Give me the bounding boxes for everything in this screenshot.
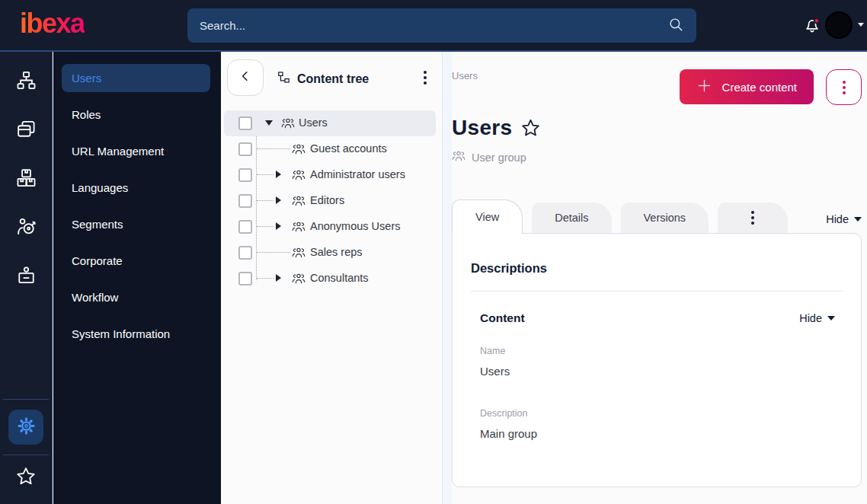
tree-item-editors[interactable]: Editors	[221, 188, 442, 214]
tree-checkbox[interactable]	[238, 272, 252, 285]
content-tree-list: Users Guest accounts Administrator users	[221, 110, 442, 292]
caret-down-icon	[827, 316, 835, 321]
field-value-name: Users	[480, 365, 835, 378]
notification-badge	[814, 18, 819, 23]
main-content: Users Create content Users User group Vi…	[452, 52, 867, 504]
tree-item-label[interactable]: Anonymous Users	[310, 220, 400, 232]
chevron-left-icon	[238, 69, 252, 86]
sidebar-item-segments[interactable]: Segments	[53, 210, 221, 238]
section-header: Content Hide	[480, 311, 835, 325]
tree-item-guest-accounts[interactable]: Guest accounts	[221, 136, 442, 162]
tree-checkbox[interactable]	[238, 116, 252, 130]
hide-section-label: Hide	[799, 312, 822, 324]
search-input[interactable]	[200, 19, 667, 32]
tree-connector-line	[257, 200, 274, 201]
sidebar-menu: Users Roles URL Management Languages Seg…	[53, 52, 221, 504]
tree-item-anonymous-users[interactable]: Anonymous Users	[221, 214, 442, 240]
corporate-badge-icon[interactable]	[16, 265, 37, 285]
sidebar-item-roles[interactable]: Roles	[53, 100, 221, 129]
card-divider	[471, 291, 843, 292]
page-options-kebab-button[interactable]	[826, 69, 862, 105]
tree-checkbox[interactable]	[238, 142, 252, 156]
card-body: Content Hide Name Users Description Main…	[471, 311, 843, 440]
modules-icon[interactable]	[16, 167, 37, 188]
user-group-icon	[292, 272, 306, 285]
tab-view[interactable]: View	[452, 199, 523, 234]
avatar[interactable]	[825, 11, 853, 39]
tree-item-label[interactable]: Editors	[310, 194, 344, 206]
avatar-caret-down-icon[interactable]	[858, 23, 864, 27]
tab-versions[interactable]: Versions	[621, 203, 709, 233]
content-type-label: User group	[472, 152, 526, 164]
section-heading: Content	[480, 311, 525, 325]
sidebar-item-corporate[interactable]: Corporate	[53, 247, 221, 275]
page-title: Users	[452, 116, 512, 140]
selected-row-highlight	[224, 110, 436, 136]
icon-rail-top	[16, 52, 37, 285]
tree-item-label[interactable]: Guest accounts	[310, 142, 387, 155]
content-tree-icon	[277, 71, 290, 87]
bell-icon[interactable]	[802, 15, 822, 35]
rail-divider	[3, 399, 49, 400]
tree-checkbox[interactable]	[238, 220, 252, 234]
page-title-row: Users	[452, 116, 541, 140]
caret-down-icon	[854, 217, 862, 222]
tree-connector-line	[257, 148, 290, 149]
tree-item-label[interactable]: Sales reps	[310, 246, 363, 258]
content-tree-title-label: Content tree	[297, 72, 369, 86]
panel-resize-divider[interactable]	[442, 52, 452, 504]
user-group-icon	[452, 149, 465, 165]
caret-right-icon[interactable]	[276, 196, 281, 204]
personalization-target-icon[interactable]	[16, 216, 37, 237]
tree-connector-line	[257, 252, 290, 253]
tree-item-administrator-users[interactable]: Administrator users	[221, 162, 442, 188]
caret-right-icon[interactable]	[276, 274, 281, 282]
user-group-icon	[292, 168, 306, 182]
caret-right-icon[interactable]	[276, 222, 281, 230]
favorite-star-icon[interactable]	[520, 118, 541, 139]
icon-rail-bottom	[0, 399, 52, 504]
sidebar-item-system-information[interactable]: System Information	[53, 320, 221, 348]
user-group-icon	[292, 246, 306, 260]
tree-connector-line	[257, 174, 274, 175]
content-tree-panel: Content tree Users Guest ac	[221, 52, 442, 504]
content-card-icon[interactable]	[16, 119, 37, 139]
tree-connector-line	[257, 278, 274, 279]
sidebar-item-languages[interactable]: Languages	[53, 174, 221, 202]
field-value-description: Main group	[480, 427, 835, 440]
tab-details[interactable]: Details	[532, 203, 611, 233]
icon-rail	[0, 52, 53, 504]
tree-options-kebab-icon[interactable]	[424, 71, 427, 85]
tree-item-label[interactable]: Administrator users	[310, 168, 405, 180]
field-label-description: Description	[480, 408, 835, 419]
caret-down-icon[interactable]	[265, 120, 273, 126]
tree-checkbox[interactable]	[238, 168, 252, 182]
tree-item-sales-reps[interactable]: Sales reps	[221, 240, 442, 266]
admin-settings-button[interactable]	[8, 410, 43, 445]
sitemap-icon[interactable]	[16, 70, 37, 91]
sidebar-item-workflow[interactable]: Workflow	[53, 283, 221, 311]
global-search[interactable]	[187, 8, 696, 43]
hide-section-toggle[interactable]: Hide	[799, 312, 835, 324]
tree-checkbox[interactable]	[238, 194, 252, 208]
collapse-tree-button[interactable]	[227, 59, 264, 96]
breadcrumb[interactable]: Users	[452, 70, 478, 81]
create-content-button[interactable]: Create content	[680, 69, 814, 104]
tree-item-label[interactable]: Consultants	[310, 272, 369, 284]
hide-tabs-toggle[interactable]: Hide	[826, 213, 862, 225]
caret-right-icon[interactable]	[276, 171, 281, 178]
tab-more-kebab-icon[interactable]	[718, 203, 788, 233]
star-icon[interactable]	[15, 466, 37, 487]
tree-item-consultants[interactable]: Consultants	[221, 266, 442, 292]
tree-item-label[interactable]: Users	[299, 116, 328, 129]
rail-divider	[3, 455, 49, 455]
tree-checkbox[interactable]	[238, 246, 252, 260]
hide-toggle-label: Hide	[826, 213, 849, 225]
sidebar-item-url-management[interactable]: URL Management	[53, 137, 221, 165]
sidebar-item-users[interactable]: Users	[62, 64, 210, 92]
plus-icon	[696, 78, 712, 96]
tree-item-users[interactable]: Users	[221, 110, 442, 136]
user-group-icon	[292, 194, 306, 208]
ibexa-logo[interactable]: ibexa	[20, 8, 85, 40]
search-icon[interactable]	[667, 16, 684, 36]
